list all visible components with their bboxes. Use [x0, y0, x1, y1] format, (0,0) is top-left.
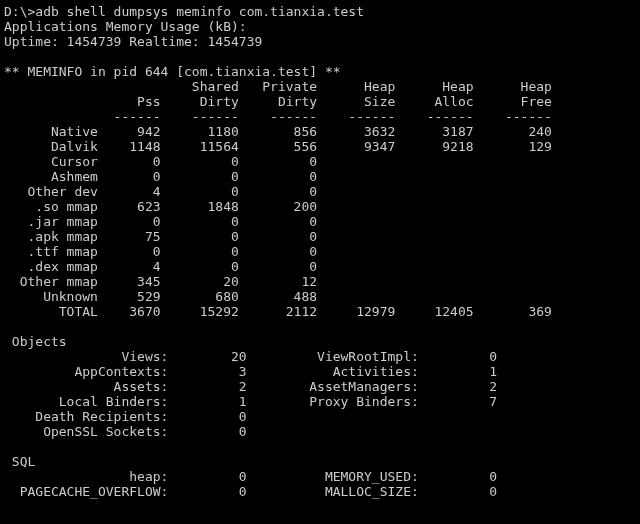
terminal-output: D:\>adb shell dumpsys meminfo com.tianxi… [0, 0, 640, 524]
